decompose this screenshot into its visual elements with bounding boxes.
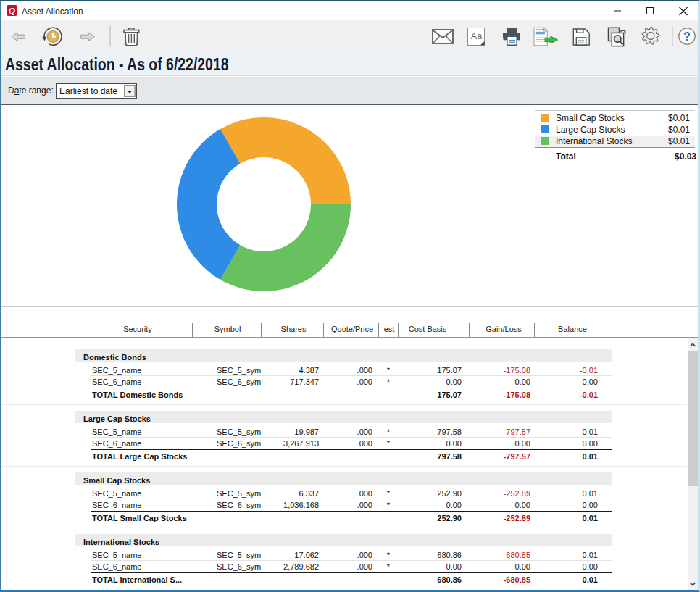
- svg-text:?: ?: [683, 30, 691, 43]
- svg-text:Aa: Aa: [471, 31, 482, 41]
